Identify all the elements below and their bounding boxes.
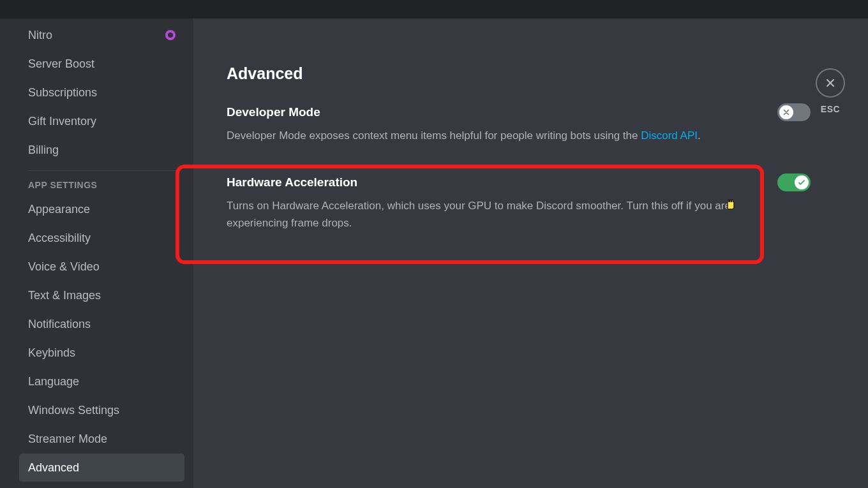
sidebar-section-header: APP SETTINGS	[19, 180, 184, 190]
sidebar-divider	[28, 170, 176, 171]
toggle-hardware-acceleration[interactable]	[777, 174, 811, 191]
sidebar-item-text-images[interactable]: Text & Images	[19, 281, 184, 309]
sidebar-item-label: Language	[28, 375, 79, 388]
sidebar-item-accessibility[interactable]: Accessibility	[19, 224, 184, 252]
x-icon	[782, 108, 791, 117]
toggle-knob	[779, 105, 793, 119]
setting-desc-developer-mode: Developer Mode exposes context menu item…	[227, 128, 737, 144]
sidebar-item-label: Voice & Video	[28, 260, 100, 274]
sidebar-item-label: Notifications	[28, 318, 91, 331]
sidebar-item-nitro[interactable]: Nitro	[19, 21, 184, 49]
sidebar-item-subscriptions[interactable]: Subscriptions	[19, 78, 184, 107]
check-icon	[797, 178, 806, 187]
sidebar-item-label: Billing	[28, 144, 59, 157]
sidebar-item-voice-video[interactable]: Voice & Video	[19, 253, 184, 281]
sidebar-item-appearance[interactable]: Appearance	[19, 195, 184, 223]
sidebar-item-label: Accessibility	[28, 232, 91, 245]
sidebar-item-label: Advanced	[28, 461, 79, 475]
close-icon	[824, 77, 837, 89]
sidebar-item-label: Subscriptions	[28, 86, 97, 100]
sidebar-item-language[interactable]: Language	[19, 367, 184, 396]
settings-sidebar: Nitro Server Boost Subscriptions Gift In…	[0, 18, 193, 488]
sidebar-item-label: Appearance	[28, 203, 90, 216]
sidebar-item-label: Streamer Mode	[28, 433, 107, 446]
sidebar-item-keybinds[interactable]: Keybinds	[19, 339, 184, 367]
toggle-knob	[795, 175, 809, 189]
sidebar-item-gift-inventory[interactable]: Gift Inventory	[19, 107, 184, 135]
settings-content: Advanced Developer Mode Developer Mode e…	[193, 18, 868, 488]
sidebar-item-label: Windows Settings	[28, 404, 119, 417]
sidebar-item-advanced[interactable]: Advanced	[19, 454, 184, 482]
page-title: Advanced	[227, 64, 811, 83]
sidebar-item-label: Gift Inventory	[28, 115, 96, 128]
sidebar-item-label: Text & Images	[28, 289, 101, 302]
setting-desc-hardware-acceleration: Turns on Hardware Acceleration, which us…	[227, 198, 737, 232]
setting-title-developer-mode: Developer Mode	[227, 105, 320, 119]
close-button[interactable]	[816, 68, 845, 98]
setting-title-hardware-acceleration: Hardware Acceleration	[227, 175, 357, 189]
setting-hardware-acceleration: Hardware Acceleration Turns on Hardware …	[227, 174, 811, 246]
sidebar-item-server-boost[interactable]: Server Boost	[19, 50, 184, 78]
esc-label: ESC	[816, 104, 845, 114]
nitro-badge-icon	[165, 30, 176, 40]
window-titlebar	[0, 0, 868, 18]
discord-api-link[interactable]: Discord API	[641, 129, 698, 142]
sidebar-item-label: Server Boost	[28, 57, 94, 71]
setting-developer-mode: Developer Mode Developer Mode exposes co…	[227, 103, 811, 158]
sidebar-item-notifications[interactable]: Notifications	[19, 310, 184, 338]
close-area: ESC	[816, 68, 845, 114]
sidebar-item-billing[interactable]: Billing	[19, 136, 184, 164]
sidebar-item-label: Nitro	[28, 29, 52, 42]
sidebar-item-windows-settings[interactable]: Windows Settings	[19, 396, 184, 424]
desc-text-post: .	[698, 129, 701, 142]
desc-text: Developer Mode exposes context menu item…	[227, 129, 641, 142]
toggle-developer-mode[interactable]	[777, 103, 811, 121]
settings-app: Nitro Server Boost Subscriptions Gift In…	[0, 18, 868, 488]
sidebar-item-label: Keybinds	[28, 346, 75, 360]
sidebar-item-streamer-mode[interactable]: Streamer Mode	[19, 425, 184, 453]
